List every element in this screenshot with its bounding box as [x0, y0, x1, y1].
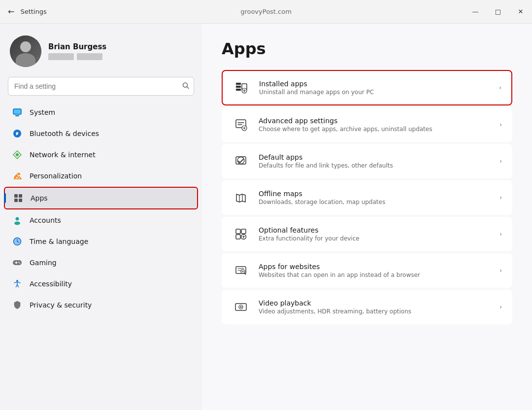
search-input[interactable] — [8, 77, 194, 96]
offline-maps-desc: Downloads, storage location, map updates — [259, 199, 491, 205]
apps-websites-title: Apps for websites — [259, 263, 491, 271]
minimize-button[interactable]: — — [464, 0, 487, 24]
advanced-app-desc: Choose where to get apps, archive apps, … — [259, 126, 491, 133]
svg-rect-21 — [236, 89, 241, 91]
svg-point-16 — [18, 262, 19, 263]
apps-websites-text: Apps for websites Websites that can open… — [259, 263, 491, 278]
sidebar-item-apps[interactable]: Apps — [4, 187, 198, 209]
svg-rect-9 — [19, 194, 22, 198]
installed-apps-desc: Uninstall and manage apps on your PC — [259, 89, 490, 96]
settings-item-advanced-app[interactable]: Advanced app settings Choose where to ge… — [222, 107, 512, 142]
sidebar-item-bluetooth[interactable]: Bluetooth & devices — [4, 123, 198, 144]
accessibility-icon — [12, 278, 23, 289]
search-bar — [8, 77, 194, 96]
maximize-button[interactable]: □ — [487, 0, 509, 24]
optional-features-title: Optional features — [259, 226, 491, 234]
offline-maps-icon — [232, 189, 250, 206]
window-controls: — □ ✕ — [464, 0, 532, 23]
apps-websites-icon — [232, 262, 250, 279]
installed-apps-chevron: › — [499, 84, 501, 91]
sidebar-item-accounts[interactable]: Accounts — [4, 210, 198, 231]
sidebar-item-network[interactable]: Network & internet — [4, 144, 198, 165]
optional-features-text: Optional features Extra functionality fo… — [259, 226, 491, 242]
app-body: Brian Burgess — [0, 24, 532, 410]
profile-detail-block-2 — [77, 53, 102, 60]
sidebar-item-system-label: System — [30, 108, 55, 116]
profile-detail-block-1 — [48, 53, 74, 60]
video-playback-icon — [232, 298, 250, 316]
svg-rect-29 — [241, 229, 246, 234]
advanced-app-title: Advanced app settings — [259, 117, 491, 125]
default-apps-icon — [232, 152, 250, 170]
titlebar: ← Settings groovyPost.com — □ ✕ — [0, 0, 532, 24]
svg-marker-6 — [15, 153, 19, 157]
video-playback-chevron: › — [499, 304, 502, 310]
settings-item-offline-maps[interactable]: Offline maps Downloads, storage location… — [222, 180, 512, 215]
sidebar-item-gaming-label: Gaming — [30, 259, 57, 267]
installed-apps-text: Installed apps Uninstall and manage apps… — [259, 80, 490, 96]
svg-point-27 — [237, 157, 244, 164]
personalization-icon — [12, 171, 23, 181]
sidebar-item-personalization[interactable]: Personalization — [4, 166, 198, 186]
avatar-image — [10, 35, 41, 67]
back-button[interactable]: ← — [8, 7, 14, 16]
svg-point-17 — [19, 263, 20, 264]
sidebar-item-privacy[interactable]: Privacy & security — [4, 295, 198, 315]
settings-list: Installed apps Uninstall and manage apps… — [222, 70, 512, 324]
video-playback-desc: Video adjustments, HDR streaming, batter… — [259, 308, 491, 315]
gaming-icon — [12, 257, 23, 268]
apps-websites-desc: Websites that can open in an app instead… — [259, 272, 491, 278]
offline-maps-title: Offline maps — [259, 190, 491, 198]
page-title: Apps — [222, 39, 512, 58]
settings-item-installed-apps[interactable]: Installed apps Uninstall and manage apps… — [222, 70, 512, 105]
profile-name: Brian Burgess — [48, 42, 106, 51]
settings-item-video-playback[interactable]: Video playback Video adjustments, HDR st… — [222, 290, 512, 324]
sidebar-item-privacy-label: Privacy & security — [30, 301, 92, 309]
advanced-app-icon — [232, 116, 250, 134]
svg-rect-28 — [236, 229, 240, 234]
sidebar-item-time[interactable]: Time & language — [4, 231, 198, 252]
svg-rect-19 — [236, 83, 241, 85]
privacy-icon — [12, 300, 23, 310]
svg-rect-10 — [14, 199, 18, 202]
sidebar-item-bluetooth-label: Bluetooth & devices — [30, 130, 99, 137]
svg-marker-36 — [240, 306, 243, 308]
apps-icon — [13, 193, 24, 204]
search-icon — [182, 82, 189, 91]
accounts-icon — [12, 215, 23, 226]
settings-item-optional-features[interactable]: Optional features Extra functionality fo… — [222, 217, 512, 251]
svg-rect-20 — [236, 86, 241, 88]
svg-point-12 — [16, 217, 19, 221]
advanced-app-text: Advanced app settings Choose where to ge… — [259, 117, 491, 133]
video-playback-title: Video playback — [259, 299, 491, 307]
settings-item-apps-websites[interactable]: Apps for websites Websites that can open… — [222, 253, 512, 288]
offline-maps-chevron: › — [499, 194, 502, 201]
installed-apps-title: Installed apps — [259, 80, 490, 88]
watermark: groovyPost.com — [240, 8, 292, 15]
advanced-app-chevron: › — [499, 121, 502, 128]
video-playback-text: Video playback Video adjustments, HDR st… — [259, 299, 491, 315]
sidebar-item-accessibility[interactable]: Accessibility — [4, 273, 198, 294]
svg-rect-11 — [19, 199, 22, 202]
sidebar-item-personalization-label: Personalization — [30, 172, 82, 180]
nav-menu: System Bluetooth & devices — [0, 102, 202, 316]
optional-features-chevron: › — [499, 231, 502, 238]
optional-features-desc: Extra functionality for your device — [259, 235, 491, 242]
default-apps-text: Default apps Defaults for file and link … — [259, 153, 491, 169]
svg-point-13 — [14, 222, 20, 225]
time-icon — [12, 236, 23, 247]
sidebar-item-accessibility-label: Accessibility — [30, 280, 72, 288]
svg-rect-2 — [13, 109, 21, 114]
sidebar-item-system[interactable]: System — [4, 102, 198, 123]
system-icon — [12, 107, 23, 118]
profile-section[interactable]: Brian Burgess — [0, 24, 202, 75]
bluetooth-icon — [12, 128, 23, 139]
sidebar-item-time-label: Time & language — [30, 238, 88, 245]
default-apps-chevron: › — [499, 158, 502, 165]
default-apps-desc: Defaults for file and link types, other … — [259, 162, 491, 169]
settings-item-default-apps[interactable]: Default apps Defaults for file and link … — [222, 144, 512, 178]
main-content: Apps Installed apps Uninstall an — [202, 24, 532, 410]
sidebar-item-gaming[interactable]: Gaming — [4, 252, 198, 273]
avatar — [10, 35, 41, 67]
close-button[interactable]: ✕ — [509, 0, 532, 24]
